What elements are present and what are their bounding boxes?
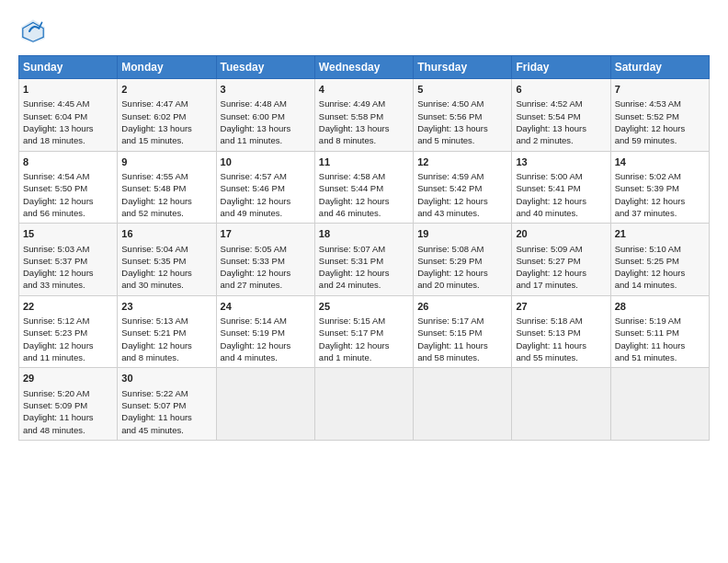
calendar-cell: 21Sunrise: 5:10 AMSunset: 5:25 PMDayligh… <box>610 224 709 296</box>
calendar-cell: 5Sunrise: 4:50 AMSunset: 5:56 PMDaylight… <box>414 79 512 152</box>
day-header: Thursday <box>414 56 512 79</box>
day-number: 16 <box>121 227 211 241</box>
calendar-cell: 2Sunrise: 4:47 AMSunset: 6:02 PMDaylight… <box>118 79 216 152</box>
calendar-cell: 4Sunrise: 4:49 AMSunset: 5:58 PMDaylight… <box>314 79 413 152</box>
day-number: 9 <box>121 155 211 169</box>
day-header: Friday <box>512 56 610 79</box>
calendar-cell: 29Sunrise: 5:20 AMSunset: 5:09 PMDayligh… <box>19 368 118 441</box>
day-number: 3 <box>221 83 311 97</box>
calendar-cell: 17Sunrise: 5:05 AMSunset: 5:33 PMDayligh… <box>216 224 314 296</box>
calendar-cell: 8Sunrise: 4:54 AMSunset: 5:50 PMDaylight… <box>19 151 118 224</box>
calendar-cell: 15Sunrise: 5:03 AMSunset: 5:37 PMDayligh… <box>19 224 118 296</box>
calendar-week-row: 29Sunrise: 5:20 AMSunset: 5:09 PMDayligh… <box>19 368 710 441</box>
calendar-cell: 6Sunrise: 4:52 AMSunset: 5:54 PMDaylight… <box>512 79 610 152</box>
calendar-cell: 9Sunrise: 4:55 AMSunset: 5:48 PMDaylight… <box>118 151 216 224</box>
calendar-cell: 22Sunrise: 5:12 AMSunset: 5:23 PMDayligh… <box>19 295 118 368</box>
calendar-cell <box>414 368 512 441</box>
day-number: 27 <box>516 300 606 314</box>
calendar-cell <box>216 368 314 441</box>
calendar-week-row: 1Sunrise: 4:45 AMSunset: 6:04 PMDaylight… <box>19 79 710 152</box>
day-number: 12 <box>417 155 507 169</box>
day-header: Monday <box>118 56 216 79</box>
day-header: Tuesday <box>216 56 314 79</box>
calendar-cell: 30Sunrise: 5:22 AMSunset: 5:07 PMDayligh… <box>118 368 216 441</box>
day-number: 10 <box>221 155 311 169</box>
calendar-cell: 20Sunrise: 5:09 AMSunset: 5:27 PMDayligh… <box>512 224 610 296</box>
day-number: 30 <box>121 372 211 385</box>
day-number: 2 <box>121 83 211 97</box>
day-number: 7 <box>615 83 705 97</box>
day-number: 18 <box>319 227 409 241</box>
day-number: 19 <box>417 227 507 241</box>
calendar-cell: 18Sunrise: 5:07 AMSunset: 5:31 PMDayligh… <box>314 224 413 296</box>
day-header: Wednesday <box>314 56 413 79</box>
day-number: 28 <box>615 300 705 314</box>
calendar-cell: 3Sunrise: 4:48 AMSunset: 6:00 PMDaylight… <box>216 79 314 152</box>
day-number: 21 <box>615 227 705 241</box>
calendar-cell: 12Sunrise: 4:59 AMSunset: 5:42 PMDayligh… <box>414 151 512 224</box>
day-number: 6 <box>516 83 606 97</box>
day-number: 8 <box>23 155 113 169</box>
header-row: SundayMondayTuesdayWednesdayThursdayFrid… <box>19 56 710 79</box>
day-number: 25 <box>319 300 409 314</box>
calendar-cell: 19Sunrise: 5:08 AMSunset: 5:29 PMDayligh… <box>414 224 512 296</box>
calendar-cell: 16Sunrise: 5:04 AMSunset: 5:35 PMDayligh… <box>118 224 216 296</box>
calendar-cell: 26Sunrise: 5:17 AMSunset: 5:15 PMDayligh… <box>414 295 512 368</box>
day-header: Sunday <box>19 56 118 79</box>
calendar-cell: 27Sunrise: 5:18 AMSunset: 5:13 PMDayligh… <box>512 295 610 368</box>
header <box>18 17 710 46</box>
calendar-cell <box>610 368 709 441</box>
calendar-cell: 11Sunrise: 4:58 AMSunset: 5:44 PMDayligh… <box>314 151 413 224</box>
day-number: 29 <box>23 372 113 385</box>
day-header: Saturday <box>610 56 709 79</box>
day-number: 15 <box>23 227 113 241</box>
calendar-week-row: 22Sunrise: 5:12 AMSunset: 5:23 PMDayligh… <box>19 295 710 368</box>
day-number: 23 <box>121 300 211 314</box>
calendar-cell: 13Sunrise: 5:00 AMSunset: 5:41 PMDayligh… <box>512 151 610 224</box>
calendar-cell: 25Sunrise: 5:15 AMSunset: 5:17 PMDayligh… <box>314 295 413 368</box>
calendar-cell: 24Sunrise: 5:14 AMSunset: 5:19 PMDayligh… <box>216 295 314 368</box>
day-number: 17 <box>221 227 311 241</box>
day-number: 20 <box>516 227 606 241</box>
day-number: 26 <box>417 300 507 314</box>
calendar-table: SundayMondayTuesdayWednesdayThursdayFrid… <box>18 55 710 441</box>
day-number: 4 <box>319 83 409 97</box>
day-number: 11 <box>319 155 409 169</box>
day-number: 24 <box>221 300 311 314</box>
day-number: 14 <box>615 155 705 169</box>
logo-icon <box>18 17 48 46</box>
logo <box>18 17 53 46</box>
calendar-page: SundayMondayTuesdayWednesdayThursdayFrid… <box>0 0 728 563</box>
calendar-week-row: 8Sunrise: 4:54 AMSunset: 5:50 PMDaylight… <box>19 151 710 224</box>
calendar-week-row: 15Sunrise: 5:03 AMSunset: 5:37 PMDayligh… <box>19 224 710 296</box>
day-number: 5 <box>417 83 507 97</box>
calendar-cell <box>512 368 610 441</box>
day-number: 13 <box>516 155 606 169</box>
calendar-cell: 7Sunrise: 4:53 AMSunset: 5:52 PMDaylight… <box>610 79 709 152</box>
day-number: 1 <box>23 83 113 97</box>
calendar-cell: 10Sunrise: 4:57 AMSunset: 5:46 PMDayligh… <box>216 151 314 224</box>
calendar-cell: 23Sunrise: 5:13 AMSunset: 5:21 PMDayligh… <box>118 295 216 368</box>
calendar-cell: 1Sunrise: 4:45 AMSunset: 6:04 PMDaylight… <box>19 79 118 152</box>
calendar-cell: 28Sunrise: 5:19 AMSunset: 5:11 PMDayligh… <box>610 295 709 368</box>
calendar-cell <box>314 368 413 441</box>
calendar-cell: 14Sunrise: 5:02 AMSunset: 5:39 PMDayligh… <box>610 151 709 224</box>
day-number: 22 <box>23 300 113 314</box>
